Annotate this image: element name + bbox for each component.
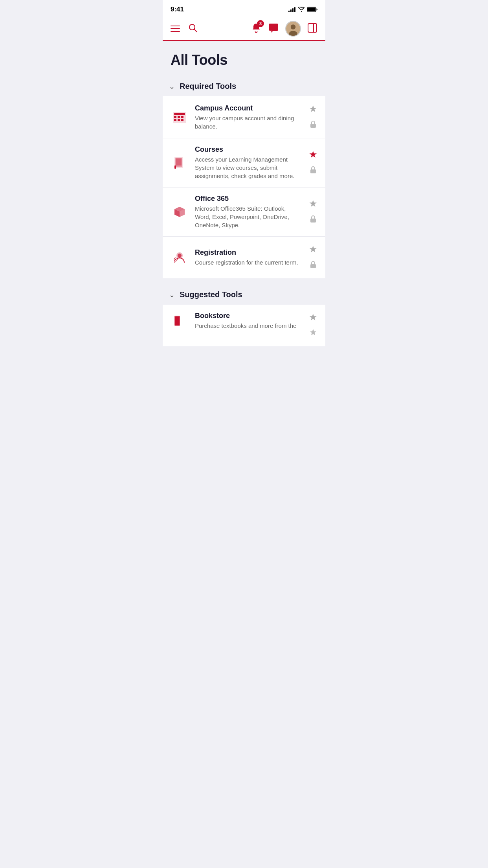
chevron-down-icon: ⌄ (169, 82, 175, 91)
notification-badge: 3 (257, 20, 264, 27)
office365-desc: Microsoft Office365 Suite: Outlook, Word… (195, 204, 303, 229)
courses-desc: Access your Learning Management System t… (195, 155, 303, 180)
notifications-button[interactable]: 3 (251, 22, 262, 35)
campus-account-star[interactable]: ★ (309, 103, 317, 114)
svg-rect-15 (174, 119, 176, 121)
svg-rect-8 (308, 24, 317, 32)
avatar-image (286, 22, 300, 36)
office365-icon-wrap (171, 203, 189, 221)
office365-icon (171, 204, 188, 220)
svg-rect-14 (181, 116, 183, 118)
right-panel-button[interactable] (307, 23, 317, 35)
registration-name: Registration (195, 248, 303, 257)
courses-icon-wrap (171, 154, 189, 172)
courses-lock (309, 166, 317, 177)
office365-star[interactable]: ★ (309, 198, 317, 209)
nav-left (171, 23, 198, 35)
svg-rect-13 (178, 116, 180, 118)
office365-lock (309, 215, 317, 226)
registration-actions: ★ (309, 244, 317, 271)
bookstore-actions: ★ (309, 312, 317, 339)
bookstore-desc: Purchase textbooks and more from the (195, 322, 303, 330)
svg-rect-4 (269, 24, 278, 31)
signal-icon (288, 7, 295, 12)
svg-rect-29 (310, 264, 316, 268)
nav-right: 3 (251, 21, 317, 37)
campus-account-icon-wrap (171, 108, 189, 126)
bookstore-icon (171, 313, 188, 329)
svg-rect-32 (179, 316, 180, 325)
bookstore-name: Bookstore (195, 312, 303, 320)
registration-lock (309, 260, 317, 271)
wifi-icon (298, 7, 305, 12)
campus-account-content: Campus Account View your campus account … (195, 104, 303, 131)
campus-account-name: Campus Account (195, 104, 303, 112)
panel-icon (307, 23, 317, 33)
office365-actions: ★ (309, 198, 317, 226)
tool-item-campus-account[interactable]: Campus Account View your campus account … (163, 96, 325, 138)
svg-rect-11 (174, 113, 185, 115)
courses-star[interactable]: ★ (309, 149, 317, 160)
tool-item-courses[interactable]: Courses Access your Learning Management … (163, 138, 325, 188)
svg-rect-1 (308, 7, 316, 12)
tool-item-office365[interactable]: Office 365 Microsoft Office365 Suite: Ou… (163, 188, 325, 237)
hamburger-menu-icon[interactable] (171, 26, 180, 32)
svg-rect-18 (310, 124, 316, 128)
svg-rect-23 (310, 219, 316, 223)
svg-point-6 (291, 24, 296, 29)
required-tools-header[interactable]: ⌄ Required Tools (163, 76, 325, 96)
office365-content: Office 365 Microsoft Office365 Suite: Ou… (195, 195, 303, 229)
suggested-chevron-icon: ⌄ (169, 291, 175, 299)
svg-rect-31 (175, 316, 179, 325)
registration-desc: Course registration for the current term… (195, 258, 303, 267)
search-icon (188, 23, 198, 33)
courses-actions: ★ (309, 149, 317, 177)
registration-icon-wrap (171, 248, 189, 267)
registration-icon (171, 249, 188, 266)
suggested-tools-section: ⌄ Suggested Tools Bookstore Purchase tex… (163, 285, 325, 346)
status-bar: 9:41 (163, 0, 325, 17)
suggested-tools-label: Suggested Tools (180, 290, 242, 299)
courses-content: Courses Access your Learning Management … (195, 145, 303, 180)
bookstore-star[interactable]: ★ (309, 312, 317, 323)
page-title: All Tools (171, 52, 317, 68)
campus-account-desc: View your campus account and dining bala… (195, 114, 303, 131)
status-time: 9:41 (171, 6, 184, 13)
chat-icon (268, 23, 279, 33)
page-title-section: All Tools (163, 41, 325, 76)
search-button[interactable] (188, 23, 198, 35)
svg-rect-22 (310, 169, 316, 173)
tool-item-registration[interactable]: Registration Course registration for the… (163, 237, 325, 278)
nav-bar: 3 (163, 17, 325, 41)
campus-account-icon (171, 109, 188, 125)
svg-rect-16 (178, 119, 180, 121)
registration-star[interactable]: ★ (309, 244, 317, 255)
tool-item-bookstore[interactable]: Bookstore Purchase textbooks and more fr… (163, 305, 325, 346)
courses-name: Courses (195, 145, 303, 154)
registration-content: Registration Course registration for the… (195, 248, 303, 267)
svg-point-25 (178, 254, 182, 257)
svg-rect-17 (181, 119, 183, 121)
status-icons (288, 7, 317, 12)
required-tools-label: Required Tools (180, 82, 236, 91)
campus-account-lock (309, 120, 317, 131)
suggested-tools-header[interactable]: ⌄ Suggested Tools (163, 285, 325, 305)
courses-icon (171, 154, 188, 171)
required-tools-list: Campus Account View your campus account … (163, 96, 325, 278)
bookstore-content: Bookstore Purchase textbooks and more fr… (195, 312, 303, 330)
messages-button[interactable] (268, 23, 279, 35)
campus-account-actions: ★ (309, 103, 317, 131)
bookstore-icon-wrap (171, 312, 189, 330)
battery-icon (307, 7, 317, 12)
svg-line-3 (194, 29, 197, 32)
profile-avatar[interactable] (285, 21, 301, 37)
pin-icon (309, 328, 317, 339)
svg-rect-12 (174, 116, 176, 118)
office365-name: Office 365 (195, 195, 303, 203)
